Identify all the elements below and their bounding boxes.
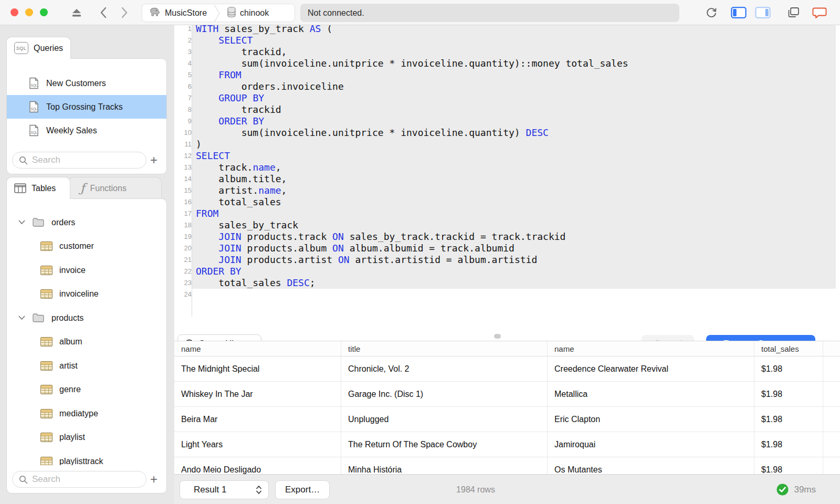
table-cell[interactable]: $1.98 bbox=[754, 356, 823, 381]
table-cell[interactable]: Os Mutantes bbox=[548, 457, 754, 474]
table-label: album bbox=[59, 337, 82, 346]
query-duration: 39ms bbox=[794, 485, 816, 495]
query-timing: 39ms bbox=[776, 475, 816, 504]
table-cell[interactable]: Unplugged bbox=[341, 407, 548, 432]
table-cell[interactable]: Metallica bbox=[548, 382, 754, 406]
results-column-header[interactable]: total_sales bbox=[754, 341, 823, 356]
table-cell[interactable]: Garage Inc. (Disc 1) bbox=[341, 382, 548, 406]
table-cell[interactable]: $1.98 bbox=[754, 432, 823, 457]
table-cell[interactable]: Beira Mar bbox=[174, 407, 341, 432]
results-column-header[interactable] bbox=[823, 341, 840, 356]
tree-table-row[interactable]: artist bbox=[7, 354, 166, 378]
code-line: sales_by_track bbox=[196, 219, 840, 231]
line-number: 2 bbox=[174, 35, 192, 46]
query-list-item[interactable]: SQLWeekly Sales bbox=[7, 119, 166, 142]
table-cell[interactable] bbox=[823, 432, 840, 457]
main-area: WITH sales_by_track AS ( SELECT trackid,… bbox=[174, 25, 840, 504]
code-line: JOIN products.artist ON artist.artistid … bbox=[196, 254, 840, 266]
results-table: nametitlenametotal_sales The Midnight Sp… bbox=[174, 341, 840, 474]
add-table-button[interactable]: + bbox=[146, 472, 161, 487]
queries-panel: SQLNew Customers SQLTop Grossing Tracks … bbox=[6, 58, 167, 174]
table-row[interactable]: Light YearsThe Return Of The Space Cowbo… bbox=[174, 432, 840, 457]
table-cell[interactable]: Chronicle, Vol. 2 bbox=[341, 356, 548, 381]
table-cell[interactable]: Light Years bbox=[174, 432, 341, 457]
queries-search-input[interactable]: Search bbox=[12, 152, 146, 169]
toggle-left-sidebar-button[interactable] bbox=[731, 5, 747, 20]
line-number: 20 bbox=[174, 243, 192, 254]
code-line bbox=[196, 289, 840, 300]
line-number: 3 bbox=[174, 46, 192, 58]
sql-file-icon: SQL bbox=[29, 101, 39, 113]
table-cell[interactable]: The Return Of The Space Cowboy bbox=[341, 432, 548, 457]
tree-table-row[interactable]: customer bbox=[7, 235, 166, 259]
table-icon bbox=[40, 433, 52, 442]
tree-table-row[interactable]: invoice bbox=[7, 258, 166, 282]
table-row[interactable]: Whiskey In The JarGarage Inc. (Disc 1)Me… bbox=[174, 382, 840, 407]
table-cell[interactable]: Minha História bbox=[341, 457, 548, 474]
tab-tables[interactable]: Tables bbox=[6, 177, 70, 199]
tree-folder-row[interactable]: products bbox=[7, 306, 166, 330]
query-list-item[interactable]: SQLNew Customers bbox=[7, 71, 166, 95]
table-cell[interactable]: Whiskey In The Jar bbox=[174, 382, 341, 406]
tables-panel: orderscustomerinvoiceinvoiceline product… bbox=[6, 198, 167, 494]
tab-functions-label: Functions bbox=[90, 184, 127, 193]
table-cell[interactable]: $1.98 bbox=[754, 457, 823, 474]
svg-text:SQL: SQL bbox=[30, 83, 37, 88]
zoom-window-button[interactable] bbox=[40, 8, 48, 16]
tree-table-row[interactable]: mediatype bbox=[7, 402, 166, 426]
table-cell[interactable]: Creedence Clearwater Revival bbox=[548, 356, 754, 381]
table-cell[interactable]: Eric Clapton bbox=[548, 407, 754, 432]
table-cell[interactable]: $1.98 bbox=[754, 382, 823, 406]
line-number: 23 bbox=[174, 277, 192, 289]
line-number: 4 bbox=[174, 58, 192, 69]
results-column-header[interactable]: title bbox=[341, 341, 548, 356]
table-label: genre bbox=[59, 385, 81, 394]
eject-icon[interactable] bbox=[69, 5, 85, 20]
tree-table-row[interactable]: album bbox=[7, 330, 166, 354]
tree-table-row[interactable]: playlist bbox=[7, 426, 166, 450]
table-row[interactable]: The Midnight SpecialChronicle, Vol. 2Cre… bbox=[174, 356, 840, 382]
table-icon bbox=[40, 409, 52, 418]
line-number: 13 bbox=[174, 162, 192, 173]
table-cell[interactable]: Ando Meio Desligado bbox=[174, 457, 341, 474]
table-row[interactable]: Ando Meio DesligadoMinha HistóriaOs Muta… bbox=[174, 457, 840, 474]
splitter-grabber[interactable] bbox=[494, 334, 501, 339]
breadcrumb-database[interactable]: chinook bbox=[220, 4, 275, 22]
close-window-button[interactable] bbox=[10, 8, 18, 16]
results-column-header[interactable]: name bbox=[174, 341, 341, 356]
table-row[interactable]: Beira MarUnpluggedEric Clapton$1.98 bbox=[174, 407, 840, 432]
table-cell[interactable]: The Midnight Special bbox=[174, 356, 341, 381]
table-cell[interactable] bbox=[823, 457, 840, 474]
queries-search-placeholder: Search bbox=[32, 155, 60, 165]
code-line: sum(invoiceline.unitprice * invoiceline.… bbox=[196, 127, 840, 139]
add-query-button[interactable]: + bbox=[146, 153, 161, 167]
toggle-right-sidebar-button[interactable] bbox=[755, 5, 771, 20]
query-list-item[interactable]: SQLTop Grossing Tracks bbox=[7, 95, 166, 119]
connection-status: Not connected. bbox=[300, 4, 679, 22]
table-cell[interactable]: Jamiroquai bbox=[548, 432, 754, 457]
feedback-chat-icon[interactable] bbox=[812, 5, 827, 20]
breadcrumb-server[interactable]: MusicStore bbox=[142, 4, 213, 22]
line-number: 17 bbox=[174, 208, 192, 219]
tab-functions[interactable]: ƒ Functions bbox=[68, 177, 162, 199]
forward-button[interactable] bbox=[117, 5, 132, 20]
code-line: ORDER BY bbox=[196, 266, 840, 277]
sql-editor[interactable]: WITH sales_by_track AS ( SELECT trackid,… bbox=[174, 25, 840, 317]
table-cell[interactable] bbox=[823, 382, 840, 406]
code-line: orders.invoiceline bbox=[196, 81, 840, 92]
tab-queries[interactable]: SQL Queries bbox=[6, 37, 71, 59]
code-line: track.name, bbox=[196, 162, 840, 173]
results-column-header[interactable]: name bbox=[548, 341, 754, 356]
tree-table-row[interactable]: genre bbox=[7, 378, 166, 402]
table-cell[interactable] bbox=[823, 356, 840, 381]
tree-folder-row[interactable]: orders bbox=[7, 211, 166, 235]
window-tabs-icon[interactable] bbox=[785, 5, 801, 20]
tables-search-input[interactable]: Search bbox=[12, 471, 146, 488]
table-cell[interactable]: $1.98 bbox=[754, 407, 823, 432]
refresh-button[interactable] bbox=[704, 5, 719, 20]
back-button[interactable] bbox=[96, 5, 111, 20]
tree-table-row[interactable]: invoiceline bbox=[7, 282, 166, 307]
table-cell[interactable] bbox=[823, 407, 840, 432]
table-label: invoiceline bbox=[59, 289, 99, 299]
minimize-window-button[interactable] bbox=[25, 8, 33, 16]
